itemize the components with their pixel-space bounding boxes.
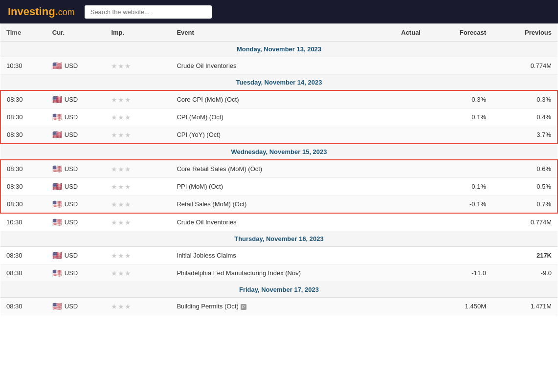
importance-stars: ★★★ [111,113,132,121]
cell-previous: 0.774M [492,57,558,75]
table-row: 08:30🇺🇸USD★★★PPI (MoM) (Oct)0.1%0.5% [0,178,558,196]
importance-stars: ★★★ [111,96,132,104]
cell-previous: 0.4% [492,109,558,126]
cell-currency: 🇺🇸USD [46,90,106,109]
cell-time: 08:30 [0,247,46,264]
cell-actual [367,109,426,126]
flag-icon: 🇺🇸 [52,95,62,104]
cell-importance: ★★★ [105,160,171,178]
cell-event[interactable]: Building Permits (Oct)P [171,298,367,315]
cell-event[interactable]: CPI (YoY) (Oct) [171,126,367,144]
table-header-row: Time Cur. Imp. Event Actual Forecast Pre… [0,24,558,42]
cell-actual [367,178,426,196]
flag-icon: 🇺🇸 [52,302,62,311]
cell-previous: -9.0 [492,264,558,282]
cell-importance: ★★★ [105,109,171,126]
col-header-cur: Cur. [46,24,106,42]
flag-icon: 🇺🇸 [52,130,62,139]
currency-label: USD [65,131,78,138]
cell-previous: 0.7% [492,196,558,214]
importance-stars: ★★★ [111,218,132,226]
table-row: 08:30🇺🇸USD★★★Core CPI (MoM) (Oct)0.3%0.3… [0,90,558,109]
cell-time: 08:30 [0,109,46,126]
cell-forecast: 1.450M [426,298,492,315]
table-row: 08:30🇺🇸USD★★★CPI (MoM) (Oct)0.1%0.4% [0,109,558,126]
cell-importance: ★★★ [105,298,171,315]
cell-previous: 0.3% [492,90,558,109]
table-row: 08:30🇺🇸USD★★★Building Permits (Oct)P1.45… [0,298,558,315]
cell-currency: 🇺🇸USD [46,109,106,126]
cell-currency: 🇺🇸USD [46,57,106,75]
cell-event[interactable]: Retail Sales (MoM) (Oct) [171,196,367,214]
cell-actual [367,126,426,144]
currency-label: USD [65,62,78,69]
prelim-badge: P [241,304,246,310]
importance-stars: ★★★ [111,252,132,260]
cell-currency: 🇺🇸USD [46,126,106,144]
currency-label: USD [65,183,78,190]
col-header-actual: Actual [367,24,426,42]
cell-previous: 0.5% [492,178,558,196]
flag-icon: 🇺🇸 [52,112,62,122]
cell-actual [367,213,426,231]
currency-label: USD [65,165,78,173]
cell-currency: 🇺🇸USD [46,264,106,282]
cell-forecast [426,57,492,75]
cell-currency: 🇺🇸USD [46,213,106,231]
cell-actual [367,264,426,282]
header: Investing.com [0,0,558,23]
cell-currency: 🇺🇸USD [46,196,106,214]
cell-currency: 🇺🇸USD [46,298,106,315]
cell-actual [367,90,426,109]
day-header-row: Thursday, November 16, 2023 [0,231,558,247]
table-row: 08:30🇺🇸USD★★★Core Retail Sales (MoM) (Oc… [0,160,558,178]
importance-stars: ★★★ [111,62,132,70]
table-row: 08:30🇺🇸USD★★★Retail Sales (MoM) (Oct)-0.… [0,196,558,214]
importance-stars: ★★★ [111,183,132,191]
day-header-row: Monday, November 13, 2023 [0,42,558,57]
cell-importance: ★★★ [105,213,171,231]
cell-forecast [426,247,492,264]
flag-icon: 🇺🇸 [52,251,62,260]
cell-importance: ★★★ [105,247,171,264]
cell-importance: ★★★ [105,90,171,109]
flag-icon: 🇺🇸 [52,182,62,191]
cell-previous: 217K [492,247,558,264]
cell-forecast: 0.1% [426,109,492,126]
cell-forecast [426,213,492,231]
cell-event[interactable]: Philadelphia Fed Manufacturing Index (No… [171,264,367,282]
cell-event[interactable]: Core Retail Sales (MoM) (Oct) [171,160,367,178]
cell-event[interactable]: Core CPI (MoM) (Oct) [171,90,367,109]
table-row: 08:30🇺🇸USD★★★Philadelphia Fed Manufactur… [0,264,558,282]
col-header-forecast: Forecast [426,24,492,42]
cell-actual [367,298,426,315]
search-input[interactable] [85,5,212,19]
currency-label: USD [65,218,78,226]
cell-time: 10:30 [0,57,46,75]
col-header-event: Event [171,24,367,42]
cell-importance: ★★★ [105,264,171,282]
currency-label: USD [65,113,78,121]
cell-forecast [426,126,492,144]
cell-event[interactable]: Crude Oil Inventories [171,57,367,75]
table-row: 10:30🇺🇸USD★★★Crude Oil Inventories0.774M [0,57,558,75]
table-row: 10:30🇺🇸USD★★★Crude Oil Inventories0.774M [0,213,558,231]
cell-event[interactable]: PPI (MoM) (Oct) [171,178,367,196]
table-row: 08:30🇺🇸USD★★★CPI (YoY) (Oct)3.7% [0,126,558,144]
cell-event[interactable]: Initial Jobless Claims [171,247,367,264]
currency-label: USD [65,303,78,310]
cell-importance: ★★★ [105,126,171,144]
col-header-previous: Previous [492,24,558,42]
cell-event[interactable]: Crude Oil Inventories [171,213,367,231]
cell-actual [367,247,426,264]
col-header-time: Time [0,24,46,42]
flag-icon: 🇺🇸 [52,268,62,278]
day-header-row: Friday, November 17, 2023 [0,282,558,298]
cell-time: 10:30 [0,213,46,231]
cell-importance: ★★★ [105,178,171,196]
cell-previous: 0.774M [492,213,558,231]
col-header-imp: Imp. [105,24,171,42]
cell-event[interactable]: CPI (MoM) (Oct) [171,109,367,126]
currency-label: USD [65,200,78,208]
flag-icon: 🇺🇸 [52,61,62,70]
